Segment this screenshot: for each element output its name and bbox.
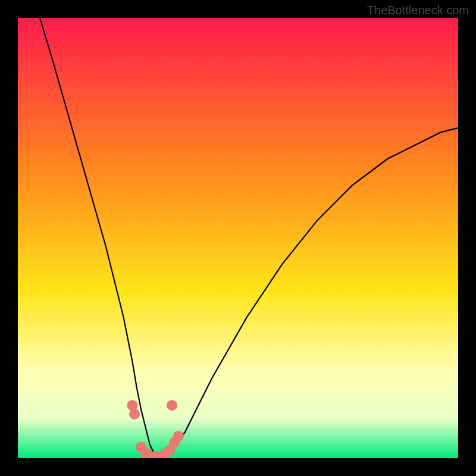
marker-point xyxy=(167,400,177,411)
gradient-background xyxy=(18,18,458,458)
chart-plot-area xyxy=(18,18,458,458)
bottleneck-chart xyxy=(18,18,458,458)
marker-point xyxy=(129,409,140,419)
watermark-text: TheBottleneck.com xyxy=(367,4,469,17)
marker-point xyxy=(173,431,184,441)
